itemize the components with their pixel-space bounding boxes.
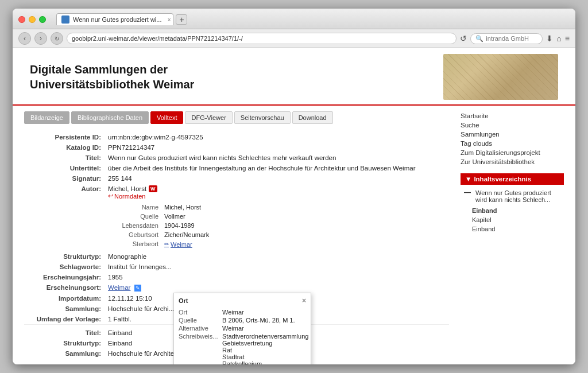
tooltip-popup: Ort × Ort Weimar Quelle: [173, 293, 311, 364]
list-item: Alternative Weimar: [179, 324, 306, 332]
label-titel: Titel:: [24, 153, 105, 163]
sub-value: Zicher/Neumark: [162, 231, 211, 239]
label-autor: Autor:: [24, 184, 105, 251]
label-umfang: Umfang der Vorlage:: [24, 314, 105, 325]
tooltip-value-ort: Weimar: [222, 309, 306, 316]
sidebar-item-sammlungen[interactable]: Sammlungen: [461, 130, 564, 139]
label-schlagworte: Schlagworte:: [24, 262, 105, 272]
tooltip-label-quelle: Quelle: [179, 317, 219, 324]
tooltip-value-schreibweis: Stadtverordnetenversammlung Gebietsvertr…: [222, 333, 308, 364]
label-importdatum: Importdatum:: [24, 293, 105, 304]
toc-item-einband1[interactable]: Einband: [464, 206, 560, 215]
value-strukturtyp: Monographie: [105, 251, 449, 262]
value-schlagworte: Institut für Innenges...: [105, 262, 449, 272]
sidebar-nav-section: Startseite Suche Sammlungen Tag clouds Z…: [461, 111, 564, 166]
table-row: Signatur: 255 144: [24, 173, 449, 184]
menu-icon[interactable]: ≡: [565, 34, 570, 43]
browser-tab[interactable]: Wenn nur Gutes produziert wi... ×: [56, 13, 173, 25]
table-row: Katalog ID: PPN721214347: [24, 142, 449, 153]
label-sammlung2: Sammlung:: [24, 348, 105, 359]
search-input[interactable]: [486, 35, 537, 42]
label-persistente-id: Persistente ID:: [24, 132, 105, 142]
tab-close-icon[interactable]: ×: [168, 17, 171, 23]
refresh-icon[interactable]: ↺: [460, 34, 467, 43]
maximize-button[interactable]: [39, 16, 46, 23]
toc-title: ▼ Inhaltsverzeichnis: [461, 173, 564, 185]
label-untertitel: Untertitel:: [24, 163, 105, 173]
sidebar-item-startseite[interactable]: Startseite: [461, 111, 564, 121]
normdaten-icon: ↩: [108, 192, 113, 200]
minimize-button[interactable]: [29, 16, 36, 23]
close-button[interactable]: [18, 16, 25, 23]
weimar-icon: ✏: [164, 241, 169, 247]
traffic-lights: [18, 16, 46, 23]
sidebar-item-tag-clouds[interactable]: Tag clouds: [461, 139, 564, 148]
tooltip-value-quelle: B 2006, Orts-Mü. 28, M 1.: [222, 317, 306, 324]
table-row: Persistente ID: urn:nbn:de:gbv:wim2-g-45…: [24, 132, 449, 142]
url-input[interactable]: [67, 33, 457, 44]
edit-icon: ✎: [134, 285, 141, 292]
tooltip-close-button[interactable]: ×: [302, 297, 306, 305]
toc-item-einband2[interactable]: Einband: [464, 224, 560, 234]
site-title-line2: Universitätsbibliothek Weimar: [30, 77, 194, 92]
tab-volltext[interactable]: Volltext: [150, 111, 183, 124]
normdaten-label: Normdaten: [114, 193, 145, 200]
page-header: Digitale Sammlungen der Universitätsbibl…: [13, 48, 575, 106]
table-row: Untertitel: über die Arbeit des Institut…: [24, 163, 449, 173]
reload-button[interactable]: ↻: [51, 32, 63, 45]
tooltip-value-alternative: Weimar: [222, 325, 306, 332]
header-image: [443, 54, 558, 100]
list-item: Name Michel, Horst: [109, 203, 211, 211]
sidebar-item-universitaetsbibliothek[interactable]: Zur Universitätsbibliothek: [461, 157, 564, 166]
download-icon[interactable]: ⬇: [546, 34, 553, 43]
sub-label: Quelle: [109, 212, 161, 220]
weimar-link[interactable]: ✏ Weimar: [164, 241, 192, 248]
sub-label: Geburtsort: [109, 231, 161, 239]
normdaten-link[interactable]: ↩ Normdaten: [108, 192, 446, 200]
tab-download[interactable]: Download: [292, 111, 333, 124]
tab-bildanzeige[interactable]: Bildanzeige: [24, 111, 69, 124]
sub-value: 1904-1989: [162, 222, 211, 230]
tab-dfg-viewer[interactable]: DFG-Viewer: [185, 111, 232, 124]
sidebar-item-suche[interactable]: Suche: [461, 121, 564, 130]
toc-item-main[interactable]: Wenn nur Gutes produziert wird kann nich…: [475, 188, 560, 204]
home-icon[interactable]: ⌂: [556, 34, 561, 43]
w-badge: W: [149, 185, 157, 192]
label-erscheinungsort: Erscheinungsort:: [24, 282, 105, 293]
toc-item-kapitel[interactable]: Kapitel: [464, 215, 560, 224]
sub-label: Sterbeort: [109, 240, 161, 248]
table-row: Titel: Wenn nur Gutes produziert wird ka…: [24, 153, 449, 163]
list-item: Sterbeort ✏ Weimar: [109, 240, 211, 248]
tabs-nav: Bildanzeige Bibliographische Daten Vollt…: [24, 111, 449, 124]
content-area: Bildanzeige Bibliographische Daten Vollt…: [24, 111, 449, 359]
forward-button[interactable]: ›: [34, 32, 47, 45]
tab-bibliographische-daten[interactable]: Bibliographische Daten: [71, 111, 149, 124]
author-name: Michel, Horst: [108, 185, 146, 192]
list-item: Lebensdaten 1904-1989: [109, 222, 211, 230]
label-sammlung: Sammlung:: [24, 304, 105, 314]
table-row-author: Autor: Michel, Horst W ↩ Normdaten: [24, 184, 449, 251]
search-icon: 🔍: [475, 35, 483, 42]
table-row: Strukturtyp: Monographie: [24, 251, 449, 262]
metadata-table: Persistente ID: urn:nbn:de:gbv:wim2-g-45…: [24, 132, 449, 359]
sub-label: Lebensdaten: [109, 222, 161, 230]
value-titel: Wenn nur Gutes produziert wird kann nich…: [105, 153, 449, 163]
tab-seitenvorschau[interactable]: Seitenvorschau: [234, 111, 291, 124]
new-tab-button[interactable]: +: [176, 14, 187, 25]
sub-value-weimar: ✏ Weimar: [162, 240, 211, 248]
value-erscheinungsort: Weimar ✎: [105, 282, 449, 293]
list-item: Quelle Vollmer: [109, 212, 211, 220]
list-item: Schreibweis... Stadtverordnetenversammlu…: [179, 332, 306, 364]
table-row: Schlagworte: Institut für Innenges...: [24, 262, 449, 272]
label-katalog-id: Katalog ID:: [24, 142, 105, 153]
back-button[interactable]: ‹: [18, 32, 31, 45]
sidebar-item-digitalisierungsprojekt[interactable]: Zum Digitalisierungsprojekt: [461, 148, 564, 157]
label-strukturtyp: Strukturtyp:: [24, 251, 105, 262]
site-title-line1: Digitale Sammlungen der: [30, 62, 194, 77]
erscheinungsort-link[interactable]: Weimar: [108, 284, 130, 291]
list-item: Geburtsort Zicher/Neumark: [109, 231, 211, 239]
author-sub-table: Name Michel, Horst Quelle Vollmer Lebens…: [108, 202, 212, 250]
list-item: Quelle B 2006, Orts-Mü. 28, M 1.: [179, 316, 306, 324]
author-cell: Michel, Horst W ↩ Normdaten Name: [105, 184, 449, 251]
tooltip-label-alternative: Alternative: [179, 325, 219, 332]
